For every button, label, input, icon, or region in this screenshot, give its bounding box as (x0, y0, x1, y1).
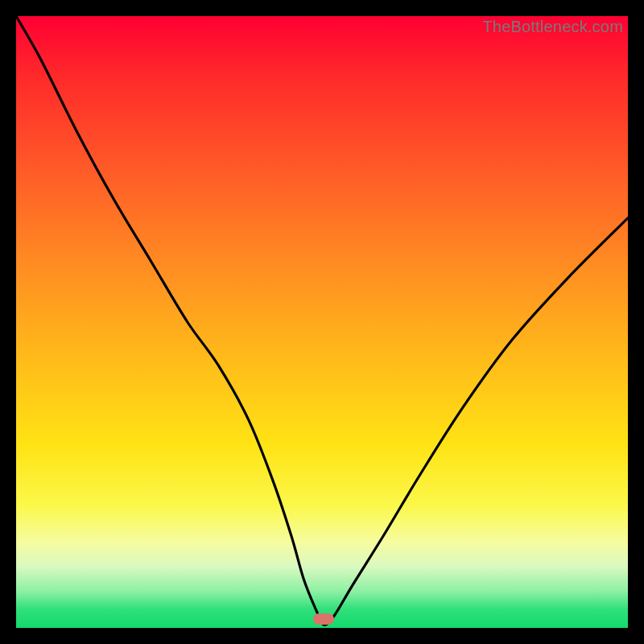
watermark-text: TheBottleneck.com (482, 18, 623, 36)
chart-frame: TheBottleneck.com (0, 0, 644, 644)
bottleneck-curve (16, 16, 628, 628)
plot-area: TheBottleneck.com (16, 16, 628, 628)
optimal-marker (313, 613, 334, 625)
